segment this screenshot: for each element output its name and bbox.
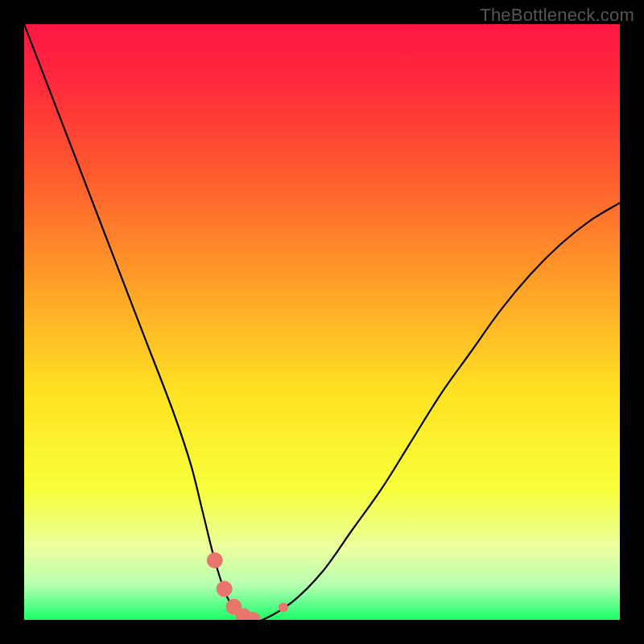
curve-layer	[24, 24, 620, 620]
optimal-marker	[207, 552, 223, 568]
plot-area	[24, 24, 620, 620]
watermark-text: TheBottleneck.com	[480, 5, 634, 26]
bottleneck-curve	[24, 24, 620, 620]
optimal-zone-markers	[207, 552, 288, 620]
optimal-marker-small	[279, 602, 288, 612]
chart-frame: TheBottleneck.com	[0, 0, 644, 644]
optimal-marker	[217, 581, 233, 597]
